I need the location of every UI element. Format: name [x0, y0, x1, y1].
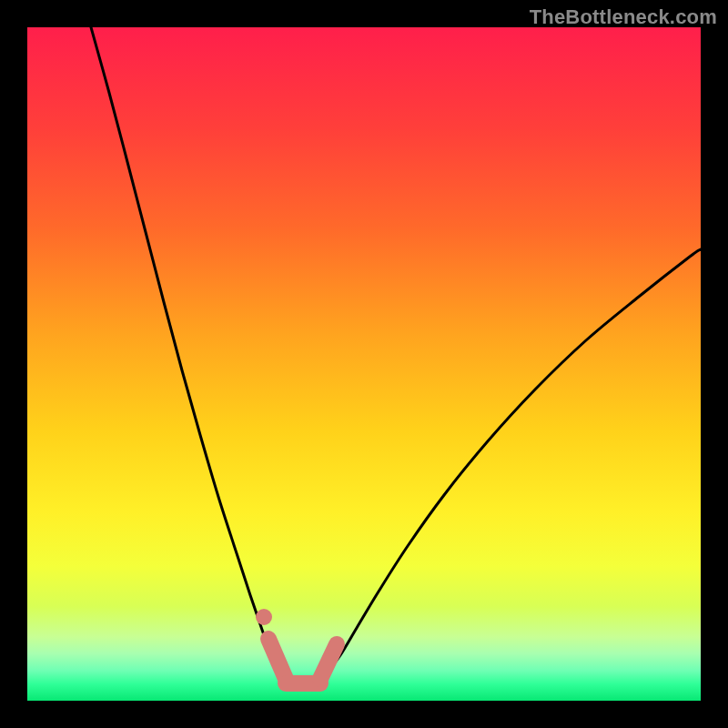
watermark-text: TheBottleneck.com — [530, 5, 717, 29]
marker-dot — [256, 609, 272, 625]
chart-frame — [27, 27, 701, 701]
gradient-background — [27, 27, 701, 701]
bottleneck-chart — [27, 27, 701, 701]
